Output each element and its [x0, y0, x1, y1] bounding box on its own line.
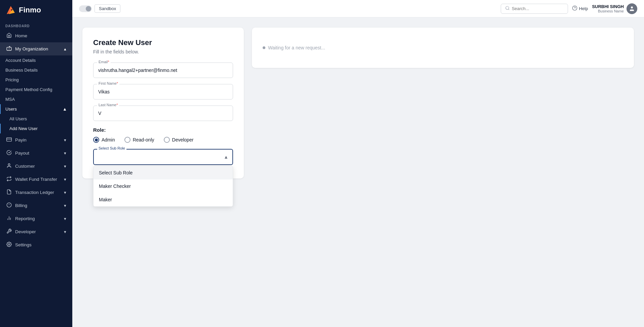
sub-role-select[interactable] — [93, 149, 233, 165]
dropdown-item-maker-checker[interactable]: Maker Checker — [93, 179, 233, 193]
sub-role-label: Select Sub Role — [97, 146, 126, 150]
sidebar-item-msa[interactable]: MSA — [0, 94, 72, 104]
sidebar-item-payment-method-config[interactable]: Payment Method Config — [0, 85, 72, 94]
email-input[interactable] — [93, 63, 233, 78]
role-label: Role: — [93, 127, 233, 133]
sidebar-item-business-details[interactable]: Business Details — [0, 65, 72, 75]
wallet-icon — [6, 176, 12, 182]
logo-area[interactable]: Finmo — [0, 0, 72, 20]
org-icon — [6, 46, 12, 52]
sidebar-item-all-users[interactable]: All Users — [0, 114, 72, 124]
search-icon — [505, 6, 510, 12]
sidebar-item-customer-label: Customer — [15, 164, 35, 169]
create-user-form-card: Create New User Fill in the fields below… — [82, 28, 244, 178]
page-body: Create New User Fill in the fields below… — [72, 17, 644, 327]
main-content: Sandbox Help SURBHI SINGH Business Name — [72, 0, 644, 327]
help-icon — [572, 5, 577, 12]
waiting-dot — [263, 46, 265, 49]
sidebar-item-billing[interactable]: Billing ▼ — [0, 199, 72, 212]
user-area[interactable]: SURBHI SINGH Business Name — [592, 3, 637, 14]
search-input[interactable] — [512, 6, 564, 11]
role-option-read-only[interactable]: Read-only — [124, 137, 154, 143]
waiting-card: Waiting for a new request... — [252, 28, 634, 68]
dropdown-item-select-sub-role[interactable]: Select Sub Role — [93, 166, 233, 179]
sidebar-item-settings-label: Settings — [15, 242, 32, 247]
sandbox-toggle-area[interactable]: Sandbox — [79, 4, 120, 13]
sidebar-item-customer[interactable]: Customer ▼ — [0, 160, 72, 173]
reporting-icon — [6, 215, 12, 222]
dashboard-section-label: DASHBOARD — [0, 20, 72, 29]
sidebar-item-reporting-label: Reporting — [15, 216, 35, 221]
developer-chevron-icon: ▼ — [63, 230, 67, 234]
help-button[interactable]: Help — [572, 5, 588, 12]
customer-icon — [6, 163, 12, 169]
user-info: SURBHI SINGH Business Name — [592, 4, 624, 13]
payin-chevron-icon: ▼ — [63, 138, 67, 142]
sidebar-item-settings[interactable]: Settings — [0, 238, 72, 251]
sidebar-item-payin[interactable]: Payin ▼ — [0, 133, 72, 147]
last-name-field-wrapper: Last Name* — [93, 106, 233, 121]
dropdown-item-maker[interactable]: Maker — [93, 193, 233, 206]
sandbox-toggle-switch[interactable] — [79, 5, 92, 12]
sidebar: Finmo DASHBOARD Home My Organization ▲ A… — [0, 0, 72, 327]
home-icon — [6, 33, 12, 39]
first-name-field-wrapper: First Name* — [93, 84, 233, 99]
sandbox-button[interactable]: Sandbox — [94, 4, 120, 13]
user-name: SURBHI SINGH — [592, 4, 624, 9]
reporting-chevron-icon: ▼ — [63, 217, 67, 221]
avatar[interactable] — [627, 3, 637, 14]
sub-role-select-field: Select Sub Role ▲ Select Sub Role Maker … — [93, 149, 233, 165]
users-chevron-icon: ▲ — [63, 107, 67, 112]
read-only-label: Read-only — [133, 137, 154, 142]
developer-icon — [6, 229, 12, 235]
waiting-text: Waiting for a new request... — [263, 45, 325, 50]
users-sub-items: All Users Add New User — [0, 114, 72, 133]
role-section: Role: Admin Read-only — [93, 127, 233, 143]
sidebar-item-pricing[interactable]: Pricing — [0, 75, 72, 85]
developer-radio[interactable] — [164, 137, 170, 143]
sidebar-item-reporting[interactable]: Reporting ▼ — [0, 212, 72, 225]
user-sub: Business Name — [592, 9, 624, 13]
sidebar-item-payin-label: Payin — [15, 137, 27, 142]
sidebar-item-developer[interactable]: Developer ▼ — [0, 225, 72, 238]
sidebar-item-users[interactable]: Users ▲ — [0, 104, 72, 114]
sidebar-item-my-org[interactable]: My Organization ▲ — [0, 42, 72, 55]
payout-chevron-icon: ▼ — [63, 151, 67, 155]
svg-point-13 — [8, 244, 10, 245]
sidebar-item-transaction-ledger[interactable]: Transaction Ledger ▼ — [0, 186, 72, 199]
wallet-chevron-icon: ▼ — [63, 177, 67, 181]
last-name-input[interactable] — [93, 106, 233, 121]
finmo-logo-icon — [5, 5, 16, 15]
sidebar-item-wallet-fund-transfer-label: Wallet Fund Transfer — [15, 177, 57, 182]
role-option-developer[interactable]: Developer — [164, 137, 194, 143]
sidebar-item-my-org-label: My Organization — [15, 46, 48, 51]
developer-label: Developer — [172, 137, 194, 142]
customer-chevron-icon: ▼ — [63, 164, 67, 168]
admin-radio-inner — [95, 138, 98, 141]
sidebar-item-home-label: Home — [15, 33, 27, 38]
sidebar-item-transaction-ledger-label: Transaction Ledger — [15, 190, 54, 195]
sidebar-item-wallet-fund-transfer[interactable]: Wallet Fund Transfer ▼ — [0, 173, 72, 186]
search-box[interactable] — [501, 4, 568, 14]
first-name-input[interactable] — [93, 84, 233, 99]
sidebar-item-home[interactable]: Home — [0, 29, 72, 42]
logo-text: Finmo — [19, 6, 41, 14]
sub-role-dropdown-list: Select Sub Role Maker Checker Maker — [93, 166, 233, 207]
svg-point-14 — [505, 6, 508, 9]
ledger-chevron-icon: ▼ — [63, 191, 67, 195]
admin-radio[interactable] — [93, 137, 99, 143]
role-options: Admin Read-only Developer — [93, 137, 233, 143]
email-label: Email* — [97, 60, 111, 64]
sidebar-item-billing-label: Billing — [15, 203, 27, 208]
svg-rect-4 — [7, 138, 12, 141]
sidebar-item-payout-label: Payout — [15, 151, 29, 156]
sidebar-item-account-details[interactable]: Account Details — [0, 55, 72, 65]
role-option-admin[interactable]: Admin — [93, 137, 115, 143]
form-title: Create New User — [93, 38, 233, 47]
read-only-radio[interactable] — [124, 137, 130, 143]
email-field-wrapper: Email* — [93, 63, 233, 78]
sidebar-item-payout[interactable]: Payout ▼ — [0, 147, 72, 160]
sidebar-item-add-new-user[interactable]: Add New User — [0, 124, 72, 133]
form-subtitle: Fill in the fields below. — [93, 49, 233, 54]
toggle-knob — [86, 6, 91, 11]
